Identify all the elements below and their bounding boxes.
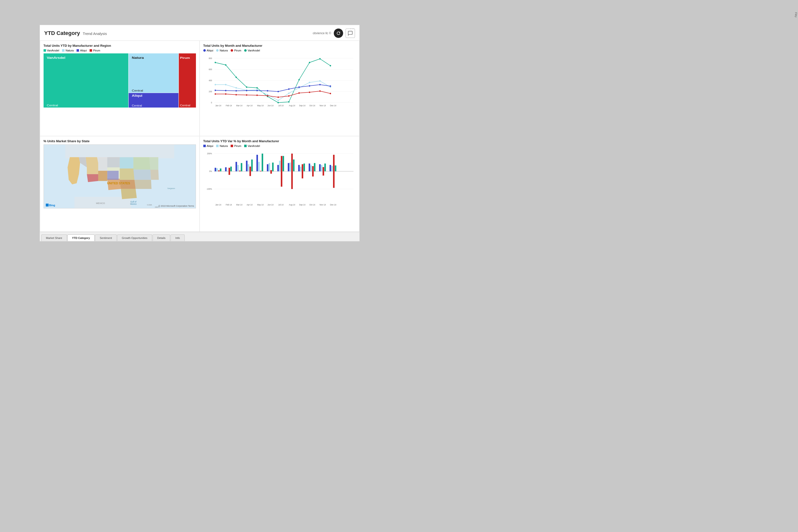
more-options-icon[interactable]: ··· [350, 26, 355, 31]
aliqui-line [215, 84, 330, 92]
svg-rect-170 [302, 171, 303, 178]
svg-rect-131 [249, 167, 251, 171]
svg-rect-143 [281, 156, 282, 171]
svg-text:Aug-14: Aug-14 [289, 204, 295, 206]
svg-rect-168 [281, 171, 282, 187]
svg-rect-153 [308, 164, 310, 172]
svg-text:600: 600 [209, 68, 212, 71]
svg-rect-135 [260, 171, 261, 171]
svg-marker-77 [107, 157, 120, 167]
pirum-line [215, 91, 330, 97]
svg-rect-138 [268, 163, 270, 172]
tab-growth-opportunities[interactable]: Growth Opportunities [117, 234, 152, 241]
svg-text:CUBA: CUBA [147, 204, 152, 206]
svg-text:Jul-14: Jul-14 [278, 104, 284, 107]
svg-point-52 [278, 91, 279, 92]
svg-point-49 [246, 90, 247, 91]
svg-rect-164 [335, 165, 336, 171]
refresh-button[interactable] [334, 28, 343, 38]
bar-chart-panel: Total Units YTD Var % by Month and Manuf… [200, 136, 359, 232]
tab-details[interactable]: Details [153, 234, 170, 241]
svg-marker-90 [149, 157, 158, 170]
svg-point-64 [278, 96, 279, 98]
svg-text:200%: 200% [207, 152, 212, 155]
svg-point-62 [256, 94, 258, 96]
svg-rect-163 [333, 155, 335, 171]
treemap-vanarsdel[interactable] [43, 53, 128, 108]
svg-rect-120 [220, 169, 221, 172]
treemap-pirum[interactable] [179, 53, 196, 108]
treemap-pirum-label: Central [180, 104, 190, 107]
map-title: % Units Market Share by State [43, 139, 196, 143]
svg-text:Mar-14: Mar-14 [236, 104, 242, 107]
treemap-panel: Total Units YTD by Manufacturer and Regi… [40, 41, 200, 136]
svg-rect-152 [303, 164, 305, 172]
treemap-chart[interactable]: Central VanArsdel Natura Central Pirum C… [43, 53, 196, 108]
legend-bar-vanarsdel: VanArsdel [244, 145, 260, 147]
legend-line-aliqui: Aliqui [203, 49, 213, 52]
aliqui-dot [203, 49, 206, 52]
treemap-natura-label: Central [132, 89, 143, 92]
svg-point-57 [329, 86, 331, 87]
tab-ytd-category[interactable]: YTD Category [68, 234, 95, 241]
svg-text:Mar-14: Mar-14 [236, 204, 243, 206]
svg-point-46 [214, 90, 216, 91]
svg-rect-142 [279, 161, 280, 171]
svg-text:Sargasso: Sargasso [167, 187, 175, 189]
svg-rect-129 [246, 161, 247, 171]
legend-natura: Natura [62, 49, 74, 52]
vanarsdel-dot [244, 49, 247, 52]
svg-marker-85 [133, 157, 150, 170]
svg-point-40 [278, 100, 279, 101]
svg-rect-118 [216, 168, 218, 171]
svg-marker-89 [150, 170, 158, 179]
svg-point-36 [235, 87, 236, 89]
line-chart[interactable]: 800 600 400 200 0 Jan-14 Feb-14 Mar-14 A… [203, 53, 356, 108]
header-actions: obvience llc © [313, 28, 355, 38]
legend-line-natura: Natura [216, 49, 228, 52]
map-chart[interactable]: UNITED STATES Gulf of Mexico MEXICO Sarg… [43, 145, 196, 208]
svg-rect-156 [314, 163, 315, 172]
treemap-natura-name: Natura [132, 56, 144, 59]
vanarsdel-bar-color [244, 145, 247, 147]
svg-rect-158 [321, 165, 322, 171]
svg-point-59 [225, 93, 226, 95]
pirum-dot [231, 49, 233, 52]
svg-point-24 [235, 77, 236, 78]
svg-marker-81 [120, 157, 133, 169]
svg-marker-87 [134, 180, 151, 189]
tab-info[interactable]: Info [171, 234, 184, 241]
legend-bar-aliqui: Aliqui [203, 145, 213, 147]
bar-chart[interactable]: 200% 0% -100% Jan-14 Feb-14 Mar-14 Apr-1… [203, 149, 356, 208]
svg-rect-150 [300, 167, 301, 171]
svg-point-32 [319, 58, 321, 60]
svg-text:Jun-14: Jun-14 [267, 204, 273, 206]
svg-text:May-14: May-14 [257, 204, 264, 206]
svg-rect-127 [239, 171, 241, 171]
svg-rect-147 [291, 154, 293, 171]
svg-point-33 [329, 65, 331, 66]
tab-market-share[interactable]: Market Share [41, 234, 67, 241]
svg-rect-123 [228, 168, 230, 171]
svg-text:-100%: -100% [206, 188, 212, 190]
svg-point-50 [256, 90, 258, 91]
svg-rect-128 [241, 163, 242, 172]
treemap-aliqui-name: Aliqui [132, 94, 142, 97]
svg-text:Mexico: Mexico [130, 203, 137, 205]
svg-rect-169 [291, 171, 293, 189]
tab-bar: Market Share YTD Category Sentiment Grow… [40, 232, 359, 241]
header: YTD Category Trend Analysis obvience llc… [40, 25, 359, 41]
svg-point-30 [298, 79, 300, 80]
treemap-aliqui-label: Central [132, 104, 142, 107]
svg-point-22 [214, 62, 216, 63]
svg-point-43 [309, 82, 310, 83]
svg-rect-71 [65, 145, 174, 158]
svg-point-29 [288, 101, 289, 102]
svg-marker-88 [121, 189, 137, 199]
svg-rect-122 [227, 171, 228, 171]
svg-marker-78 [98, 171, 107, 181]
tab-sentiment[interactable]: Sentiment [95, 234, 117, 241]
svg-marker-91 [107, 171, 118, 180]
svg-point-28 [278, 102, 279, 103]
bar-chart-legend: Aliqui Natura Pirum VanArsdel [203, 145, 356, 147]
